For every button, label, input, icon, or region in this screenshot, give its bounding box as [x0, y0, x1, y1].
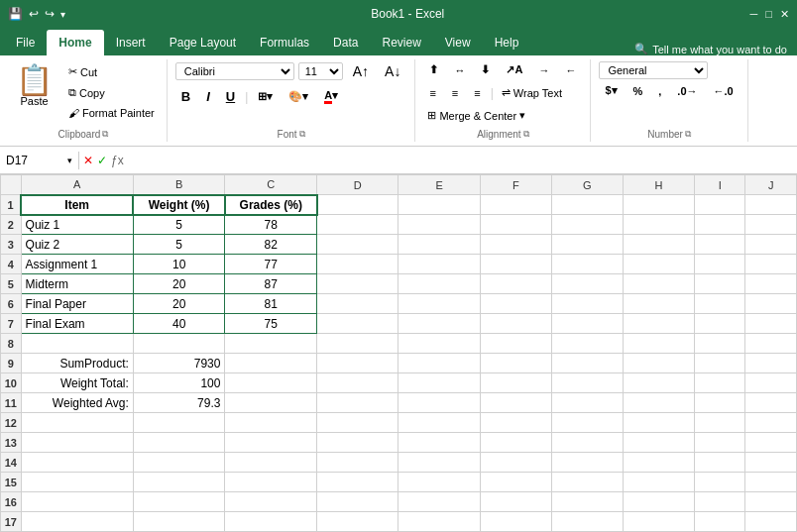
cell-14-I[interactable]: [694, 453, 744, 473]
row-header-6[interactable]: 6: [1, 294, 22, 314]
cell-17-A[interactable]: [21, 512, 133, 532]
cell-1-H[interactable]: [623, 195, 694, 215]
cell-11-E[interactable]: [398, 393, 480, 413]
tab-insert[interactable]: Insert: [104, 30, 158, 55]
cell-17-H[interactable]: [623, 512, 694, 532]
italic-button[interactable]: I: [200, 87, 216, 106]
cell-12-E[interactable]: [398, 413, 480, 433]
cell-8-H[interactable]: [623, 334, 694, 354]
cell-5-D[interactable]: [317, 274, 398, 294]
cell-13-I[interactable]: [694, 433, 744, 453]
col-header-f[interactable]: F: [480, 175, 551, 195]
cell-2-F[interactable]: [480, 215, 551, 235]
cell-6-C[interactable]: 81: [225, 294, 317, 314]
row-header-4[interactable]: 4: [1, 255, 22, 274]
customize-icon[interactable]: ▾: [60, 9, 65, 20]
cell-15-G[interactable]: [551, 473, 623, 492]
cell-11-I[interactable]: [694, 393, 744, 413]
row-header-11[interactable]: 11: [1, 393, 22, 413]
formula-input[interactable]: [128, 152, 797, 169]
cell-6-I[interactable]: [694, 294, 744, 314]
cell-6-A[interactable]: Final Paper: [21, 294, 133, 314]
cell-16-F[interactable]: [480, 492, 551, 512]
cell-11-H[interactable]: [623, 393, 694, 413]
comma-button[interactable]: ,: [652, 83, 667, 99]
cell-17-C[interactable]: [225, 512, 317, 532]
cell-17-G[interactable]: [551, 512, 623, 532]
cell-17-E[interactable]: [398, 512, 480, 532]
cell-13-F[interactable]: [480, 433, 551, 453]
format-painter-button[interactable]: 🖌 Format Painter: [64, 105, 159, 121]
undo-icon[interactable]: ↩: [29, 7, 39, 21]
col-header-b[interactable]: B: [133, 175, 225, 195]
cell-17-I[interactable]: [694, 512, 744, 532]
cell-reference-box[interactable]: D17 ▾: [0, 152, 79, 169]
cell-3-G[interactable]: [551, 235, 623, 255]
cell-1-C[interactable]: Grades (%): [225, 195, 317, 215]
cell-13-D[interactable]: [317, 433, 398, 453]
cell-2-H[interactable]: [623, 215, 694, 235]
cell-2-B[interactable]: 5: [133, 215, 225, 235]
align-center-button[interactable]: ≡: [446, 85, 464, 101]
cell-1-F[interactable]: [480, 195, 551, 215]
cell-12-H[interactable]: [623, 413, 694, 433]
tell-me-text[interactable]: Tell me what you want to do: [652, 44, 787, 55]
cell-5-E[interactable]: [398, 274, 480, 294]
cell-2-A[interactable]: Quiz 1: [21, 215, 133, 235]
cell-8-A[interactable]: [21, 334, 133, 354]
cell-15-C[interactable]: [225, 473, 317, 492]
cell-5-G[interactable]: [551, 274, 623, 294]
cell-8-C[interactable]: [225, 334, 317, 354]
row-header-14[interactable]: 14: [1, 453, 22, 473]
cell-16-H[interactable]: [623, 492, 694, 512]
row-header-7[interactable]: 7: [1, 314, 22, 334]
cell-3-J[interactable]: [745, 235, 797, 255]
cell-2-I[interactable]: [694, 215, 744, 235]
cell-15-J[interactable]: [745, 473, 797, 492]
cell-11-J[interactable]: [745, 393, 797, 413]
cell-9-I[interactable]: [694, 354, 744, 373]
cell-6-B[interactable]: 20: [133, 294, 225, 314]
cell-16-I[interactable]: [694, 492, 744, 512]
cell-12-F[interactable]: [480, 413, 551, 433]
maximize-button[interactable]: □: [765, 8, 772, 21]
col-header-j[interactable]: J: [745, 175, 797, 195]
cell-9-F[interactable]: [480, 354, 551, 373]
cell-7-H[interactable]: [623, 314, 694, 334]
col-header-c[interactable]: C: [225, 175, 317, 195]
copy-button[interactable]: ⧉ Copy: [64, 84, 159, 101]
cell-3-H[interactable]: [623, 235, 694, 255]
cell-2-E[interactable]: [398, 215, 480, 235]
cell-14-F[interactable]: [480, 453, 551, 473]
cell-11-D[interactable]: [317, 393, 398, 413]
cell-14-E[interactable]: [398, 453, 480, 473]
row-header-10[interactable]: 10: [1, 373, 22, 393]
cell-13-A[interactable]: [21, 433, 133, 453]
decrease-decimal-button[interactable]: ←.0: [708, 83, 740, 99]
wrap-text-button[interactable]: ⇌ Wrap Text: [498, 84, 566, 101]
cell-7-E[interactable]: [398, 314, 480, 334]
cell-7-C[interactable]: 75: [225, 314, 317, 334]
bold-button[interactable]: B: [175, 87, 196, 106]
cell-10-I[interactable]: [694, 373, 744, 393]
cell-3-D[interactable]: [317, 235, 398, 255]
cell-9-D[interactable]: [317, 354, 398, 373]
cell-3-I[interactable]: [694, 235, 744, 255]
cell-5-A[interactable]: Midterm: [21, 274, 133, 294]
cell-10-D[interactable]: [317, 373, 398, 393]
cell-6-E[interactable]: [398, 294, 480, 314]
row-header-12[interactable]: 12: [1, 413, 22, 433]
cell-14-G[interactable]: [551, 453, 623, 473]
cell-15-F[interactable]: [480, 473, 551, 492]
cell-1-G[interactable]: [551, 195, 623, 215]
col-header-h[interactable]: H: [623, 175, 694, 195]
row-header-5[interactable]: 5: [1, 274, 22, 294]
col-header-i[interactable]: I: [694, 175, 744, 195]
cell-4-D[interactable]: [317, 255, 398, 274]
cell-8-G[interactable]: [551, 334, 623, 354]
cell-16-G[interactable]: [551, 492, 623, 512]
row-header-17[interactable]: 17: [1, 512, 22, 532]
cell-3-B[interactable]: 5: [133, 235, 225, 255]
cell-13-H[interactable]: [623, 433, 694, 453]
cell-11-B[interactable]: 79.3: [133, 393, 225, 413]
